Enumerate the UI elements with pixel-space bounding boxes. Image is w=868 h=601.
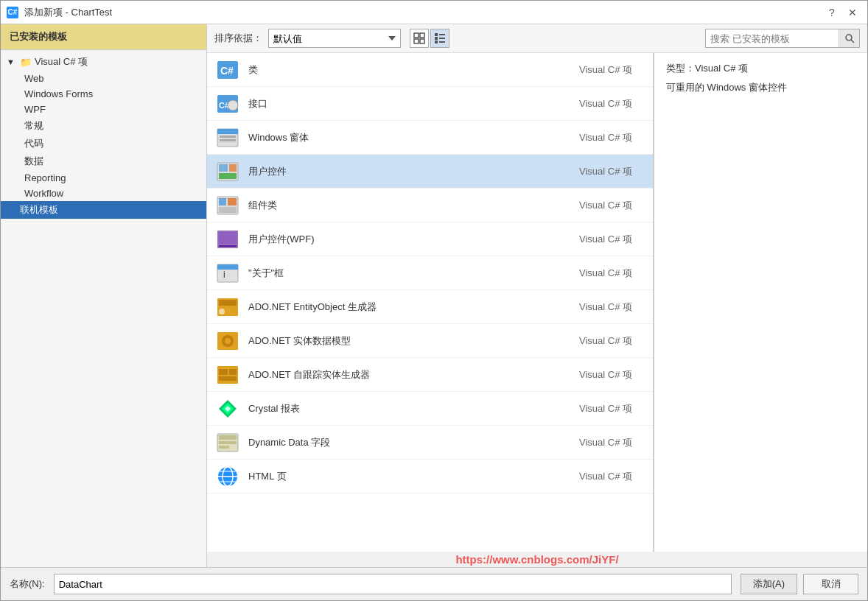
- list-item[interactable]: HTML 页 Visual C# 项: [207, 460, 653, 493]
- svg-rect-5: [439, 34, 445, 35]
- svg-rect-31: [219, 245, 237, 247]
- item-icon-ado-entity: [216, 295, 239, 319]
- sidebar-item-online-templates[interactable]: 联机模板: [1, 201, 206, 219]
- watermark: https://www.cnblogs.com/JiYF/: [207, 552, 867, 567]
- list-item[interactable]: Crystal 报表 Visual C# 项: [207, 392, 653, 426]
- help-button[interactable]: ?: [823, 4, 841, 21]
- svg-rect-51: [219, 446, 229, 449]
- close-button[interactable]: ✕: [844, 4, 861, 21]
- svg-point-16: [228, 100, 238, 110]
- list-item[interactable]: ADO.NET 自跟踪实体生成器 Visual C# 项: [207, 358, 653, 392]
- view-buttons: [410, 29, 449, 48]
- item-icon-html: [216, 465, 239, 488]
- dialog-title: 添加新项 - ChartTest: [24, 6, 112, 19]
- main-content: 排序依据： 默认值 名称 类型: [207, 24, 867, 567]
- tree-root-label: Visual C# 项: [35, 55, 88, 68]
- sidebar-item-normal[interactable]: 常规: [15, 117, 206, 135]
- search-box: [705, 29, 860, 48]
- svg-rect-7: [439, 38, 445, 39]
- sidebar: 已安装的模板 ▼ 📁 Visual C# 项 Web Windows Forms: [1, 24, 207, 567]
- online-templates-label: 联机模板: [20, 203, 58, 217]
- info-type: 类型：Visual C# 项: [666, 62, 855, 75]
- folder-icon: 📁: [20, 57, 32, 68]
- list-item[interactable]: Windows 窗体 Visual C# 项: [207, 121, 653, 155]
- svg-rect-1: [420, 33, 424, 38]
- svg-rect-44: [219, 376, 237, 381]
- list-item[interactable]: Dynamic Data 字段 Visual C# 项: [207, 426, 653, 460]
- list-view-button[interactable]: [430, 29, 449, 48]
- cancel-button[interactable]: 取消: [803, 574, 858, 594]
- list-item[interactable]: i "关于"框 Visual C# 项: [207, 256, 653, 290]
- sidebar-item-data[interactable]: 数据: [15, 152, 206, 170]
- item-icon-ado-tracking: [216, 363, 239, 387]
- svg-rect-2: [414, 39, 419, 43]
- add-button[interactable]: 添加(A): [741, 574, 797, 594]
- svg-rect-33: [217, 264, 238, 270]
- sidebar-item-web[interactable]: Web: [15, 71, 206, 86]
- item-icon-wpf-usercontrol: [216, 228, 239, 251]
- sidebar-item-windows-forms[interactable]: Windows Forms: [15, 86, 206, 102]
- svg-rect-23: [229, 164, 237, 172]
- search-icon: [844, 33, 855, 43]
- list-item[interactable]: 用户控件 Visual C# 项: [207, 155, 653, 189]
- svg-rect-6: [435, 37, 438, 40]
- bottom-buttons: 添加(A) 取消: [741, 574, 858, 594]
- sidebar-item-workflow[interactable]: Workflow: [15, 186, 206, 201]
- list-item[interactable]: C# 接口 Visual C# 项: [207, 87, 653, 121]
- svg-rect-19: [220, 136, 236, 138]
- svg-rect-26: [219, 198, 226, 205]
- sidebar-tree: ▼ 📁 Visual C# 项 Web Windows Forms WPF: [1, 50, 206, 567]
- svg-rect-30: [219, 232, 237, 244]
- svg-text:i: i: [223, 270, 225, 280]
- svg-line-11: [851, 40, 854, 43]
- svg-rect-4: [435, 33, 438, 36]
- list-item[interactable]: C# 类 Visual C# 项: [207, 53, 653, 87]
- svg-point-37: [219, 309, 225, 314]
- list-item[interactable]: 用户控件(WPF) Visual C# 项: [207, 222, 653, 256]
- svg-point-10: [846, 35, 852, 41]
- list-item[interactable]: ADO.NET EntityObject 生成器 Visual C# 项: [207, 290, 653, 324]
- bottom-bar: 名称(N): 添加(A) 取消: [1, 567, 867, 600]
- sidebar-item-code[interactable]: 代码: [15, 135, 206, 152]
- svg-rect-43: [229, 369, 237, 375]
- list-item[interactable]: ADO.NET 实体数据模型 Visual C# 项: [207, 324, 653, 358]
- item-icon-class: C#: [216, 58, 239, 82]
- svg-rect-3: [420, 39, 424, 43]
- items-area: C# 类 Visual C# 项 C#: [207, 53, 867, 552]
- svg-rect-50: [219, 441, 237, 444]
- svg-rect-9: [439, 41, 445, 43]
- svg-rect-8: [435, 41, 438, 43]
- expand-icon: ▼: [7, 57, 18, 66]
- svg-rect-27: [228, 198, 237, 205]
- svg-rect-22: [219, 164, 228, 172]
- grid-view-button[interactable]: [410, 29, 429, 48]
- svg-rect-42: [219, 369, 228, 375]
- title-bar-left: C# 添加新项 - ChartTest: [7, 6, 112, 19]
- svg-text:C#: C#: [220, 65, 234, 77]
- sidebar-header: 已安装的模板: [1, 24, 206, 50]
- item-icon-component: [216, 194, 239, 217]
- item-icon-ado-model: [216, 329, 239, 353]
- item-icon-winform: [216, 126, 239, 150]
- sidebar-item-visual-csharp[interactable]: ▼ 📁 Visual C# 项: [1, 53, 206, 71]
- app-icon: C#: [7, 7, 18, 18]
- svg-rect-49: [219, 435, 237, 440]
- svg-rect-28: [219, 207, 237, 213]
- title-controls: ? ✕: [823, 4, 861, 21]
- name-label: 名称(N):: [10, 577, 45, 591]
- list-icon: [434, 32, 446, 44]
- svg-rect-18: [217, 129, 238, 134]
- search-button[interactable]: [839, 29, 859, 47]
- item-icon-usercontrol: [216, 160, 239, 183]
- sidebar-item-wpf[interactable]: WPF: [15, 102, 206, 117]
- list-item[interactable]: 组件类 Visual C# 项: [207, 189, 653, 222]
- sidebar-item-reporting[interactable]: Reporting: [15, 170, 206, 186]
- dialog-body: 已安装的模板 ▼ 📁 Visual C# 项 Web Windows Forms: [1, 24, 867, 567]
- info-description: 可重用的 Windows 窗体控件: [666, 81, 855, 94]
- search-input[interactable]: [706, 29, 839, 47]
- sort-dropdown[interactable]: 默认值 名称 类型: [268, 29, 401, 48]
- item-icon-about: i: [216, 261, 239, 285]
- title-bar: C# 添加新项 - ChartTest ? ✕: [1, 1, 867, 24]
- name-input[interactable]: [54, 574, 732, 594]
- svg-rect-36: [219, 300, 237, 306]
